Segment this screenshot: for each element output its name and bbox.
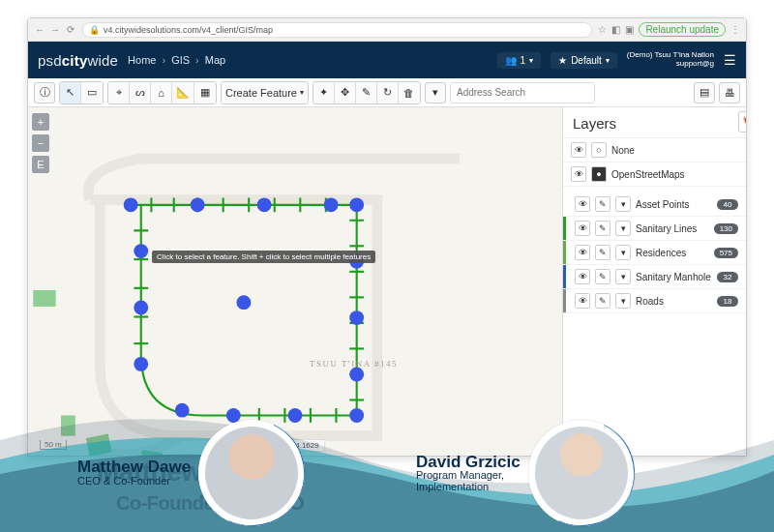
view-tools: ⌖ ᔕ ⌂ 📐 ▦ bbox=[107, 81, 217, 104]
bookmark-button[interactable]: 🔖 bbox=[738, 111, 747, 133]
layer-base-osm[interactable]: 👁 ● OpenStreetMaps bbox=[563, 163, 746, 187]
map-canvas[interactable]: + − E bbox=[28, 107, 562, 456]
edit-icon[interactable]: ✎ bbox=[595, 221, 610, 236]
svg-point-32 bbox=[257, 197, 272, 212]
back-icon[interactable]: ← bbox=[34, 24, 45, 35]
svg-point-38 bbox=[349, 408, 364, 423]
browser-chrome: ← → ⟳ 🔒 v4.citywidesolutions.com/v4_clie… bbox=[28, 18, 746, 42]
map-tooltip: Click to select a feature. Shift + click… bbox=[152, 251, 375, 263]
url-bar[interactable]: 🔒 v4.citywidesolutions.com/v4_client/GIS… bbox=[82, 22, 592, 38]
eye-icon[interactable]: 👁 bbox=[575, 221, 590, 236]
extent-button[interactable]: E bbox=[32, 156, 49, 173]
chevron-right-icon: › bbox=[162, 54, 165, 66]
app-logo: psdcitywide bbox=[38, 52, 118, 69]
brush-tool[interactable]: ✦ bbox=[313, 82, 335, 103]
layer-roads[interactable]: 👁 ✎ ▾ Roads 18 bbox=[563, 289, 746, 313]
crumb-map[interactable]: Map bbox=[205, 54, 225, 66]
radio-on-icon[interactable]: ● bbox=[591, 166, 607, 182]
reload-icon[interactable]: ⟳ bbox=[65, 24, 76, 35]
edit-icon[interactable]: ✎ bbox=[595, 269, 610, 284]
layer-sanitary-manhole[interactable]: 👁 ✎ ▾ Sanitary Manhole 32 bbox=[563, 265, 746, 289]
eye-icon[interactable]: 👁 bbox=[575, 293, 590, 309]
presenter-2-title2: Implementation bbox=[416, 482, 521, 493]
chevron-down-icon: ▾ bbox=[300, 88, 304, 97]
eye-icon[interactable]: 👁 bbox=[575, 269, 590, 284]
star-icon[interactable]: ☆ bbox=[598, 24, 607, 35]
edit-icon[interactable]: ✎ bbox=[595, 196, 610, 212]
layer-label: Residences bbox=[636, 248, 709, 258]
default-button[interactable]: ★ Default ▾ bbox=[551, 52, 617, 69]
account-info: (Demo) Tsuu T'ina Nation support@g bbox=[627, 51, 714, 69]
presenter-2-title1: Program Manager, bbox=[416, 470, 521, 482]
hamburger-icon[interactable]: ☰ bbox=[724, 52, 736, 68]
svg-point-42 bbox=[134, 357, 148, 371]
radio-off-icon[interactable]: ○ bbox=[591, 142, 607, 158]
search-input[interactable] bbox=[457, 87, 588, 98]
print-button[interactable]: 🖶 bbox=[719, 82, 740, 103]
presenter-1-text: Matthew Dawe CEO & Co-Founder bbox=[77, 458, 191, 487]
svg-rect-0 bbox=[86, 433, 112, 456]
zoom-in-button[interactable]: + bbox=[32, 113, 49, 131]
lock-icon: 🔒 bbox=[89, 25, 100, 35]
layer-base-none[interactable]: 👁 ○ None bbox=[563, 138, 746, 163]
layers-panel: 🔖 Layers 👁 ○ None 👁 ● OpenStreetMaps 👁 ✎… bbox=[562, 107, 746, 456]
layer-label: Sanitary Manhole bbox=[636, 272, 712, 282]
crumb-gis[interactable]: GIS bbox=[171, 54, 190, 66]
filter-icon[interactable]: ▾ bbox=[615, 245, 631, 260]
map-toolbar: ⓘ ↖ ▭ ⌖ ᔕ ⌂ 📐 ▦ Create Feature ▾ ✦ ✥ ✎ ↻… bbox=[28, 78, 746, 107]
delete-tool[interactable]: 🗑 bbox=[399, 82, 420, 103]
locate-tool[interactable]: ᔕ bbox=[130, 82, 151, 103]
content-area: + − E bbox=[28, 107, 746, 456]
svg-rect-2 bbox=[33, 290, 55, 307]
layer-label: Asset Points bbox=[636, 199, 712, 210]
rect-select-tool[interactable]: ▭ bbox=[81, 82, 103, 103]
dropdown-tool[interactable]: ▾ bbox=[425, 82, 446, 103]
chrome-right-icons: ☆ ◧ ▣ Relaunch update ⋮ bbox=[598, 22, 740, 37]
eye-icon[interactable]: 👁 bbox=[575, 245, 590, 260]
forward-icon[interactable]: → bbox=[49, 24, 61, 35]
filter-icon[interactable]: ▾ bbox=[615, 221, 631, 236]
layer-count: 18 bbox=[717, 296, 738, 307]
filter-icon[interactable]: ▾ bbox=[615, 269, 631, 284]
users-button[interactable]: 👥 1 ▾ bbox=[497, 52, 542, 69]
edit-icon[interactable]: ✎ bbox=[595, 293, 610, 309]
info-tool[interactable]: ⓘ bbox=[34, 82, 55, 103]
move-tool[interactable]: ✥ bbox=[335, 82, 356, 103]
filter-icon[interactable]: ▾ bbox=[615, 293, 631, 309]
eye-icon[interactable]: 👁 bbox=[571, 142, 586, 158]
default-label: Default bbox=[571, 55, 602, 66]
layers-title: Layers bbox=[563, 107, 746, 138]
filter-tool[interactable]: ▦ bbox=[194, 82, 216, 103]
cast-icon[interactable]: ▣ bbox=[625, 24, 634, 35]
crumb-home[interactable]: Home bbox=[128, 54, 156, 66]
relaunch-button[interactable]: Relaunch update bbox=[639, 22, 726, 37]
select-tools: ↖ ▭ bbox=[59, 81, 104, 104]
nav-icons: ← → ⟳ bbox=[34, 24, 76, 35]
pointer-tool[interactable]: ↖ bbox=[60, 82, 81, 103]
edit-tool[interactable]: ✎ bbox=[356, 82, 377, 103]
layer-count: 40 bbox=[717, 199, 738, 210]
home-tool[interactable]: ⌂ bbox=[151, 82, 172, 103]
measure-tool[interactable]: 📐 bbox=[172, 82, 194, 103]
layer-residences[interactable]: 👁 ✎ ▾ Residences 575 bbox=[563, 241, 746, 265]
edit-tools: ✦ ✥ ✎ ↻ 🗑 bbox=[313, 81, 421, 104]
create-feature-button[interactable]: Create Feature ▾ bbox=[222, 82, 308, 103]
layer-label: None bbox=[611, 145, 738, 156]
filter-icon[interactable]: ▾ bbox=[615, 196, 631, 212]
layer-asset-points[interactable]: 👁 ✎ ▾ Asset Points 40 bbox=[563, 192, 746, 217]
basemap-button[interactable]: ▤ bbox=[694, 82, 715, 103]
svg-point-43 bbox=[134, 301, 148, 315]
coord-readout: 50, -114.1629 bbox=[264, 439, 325, 452]
svg-point-33 bbox=[324, 197, 339, 212]
eye-icon[interactable]: 👁 bbox=[575, 196, 590, 212]
zoom-extent-tool[interactable]: ⌖ bbox=[108, 82, 130, 103]
address-search[interactable] bbox=[450, 82, 595, 103]
zoom-out-button[interactable]: − bbox=[32, 134, 49, 152]
ext-icon[interactable]: ◧ bbox=[611, 24, 620, 35]
redo-tool[interactable]: ↻ bbox=[377, 82, 399, 103]
svg-point-34 bbox=[349, 197, 364, 212]
eye-icon[interactable]: 👁 bbox=[571, 166, 586, 182]
menu-icon[interactable]: ⋮ bbox=[730, 24, 740, 35]
edit-icon[interactable]: ✎ bbox=[595, 245, 610, 260]
layer-sanitary-lines[interactable]: 👁 ✎ ▾ Sanitary Lines 130 bbox=[563, 217, 746, 241]
